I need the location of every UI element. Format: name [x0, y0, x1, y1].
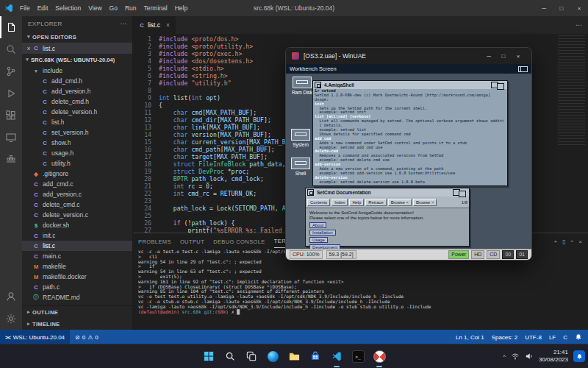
file-tree-item[interactable]: C delete_cmd.h [22, 96, 132, 107]
panel-tab[interactable]: OUTPUT [180, 236, 204, 248]
close-button[interactable]: × [570, 5, 588, 12]
amiga-close-gadget[interactable] [307, 189, 314, 196]
file-tree-item[interactable]: C set_version.h [22, 127, 132, 138]
split-terminal-icon[interactable]: ▯ [562, 238, 565, 245]
file-tree-item[interactable]: C delete_version.c [22, 210, 132, 220]
guide-link[interactable]: Usage [309, 237, 328, 243]
ramdisk-icon[interactable]: Ram Disk [289, 77, 315, 95]
minimap[interactable] [558, 35, 585, 146]
settings-button[interactable] [0, 308, 22, 330]
notification-bell[interactable] [573, 350, 585, 362]
menu-item[interactable]: Terminal [140, 4, 171, 12]
minimize-button[interactable]: ─ [535, 5, 553, 12]
file-explorer-icon[interactable] [285, 347, 303, 365]
file-tree-item[interactable]: ◆ .gitignore [22, 169, 132, 179]
file-tree-item[interactable]: C init.c [22, 230, 132, 241]
problems-status[interactable]: ⊘ 0 ⚠ 0 [70, 334, 104, 341]
activity-remote-explorer-button[interactable] [0, 127, 22, 149]
winuae-titlebar[interactable]: [OS3.2.uae] - WinUAE ─ □ × [286, 48, 531, 64]
amiga-shell-titlebar[interactable]: 4.AmigaShell [313, 81, 507, 89]
file-tree-item[interactable]: ⓘ README.md [22, 292, 132, 302]
close-panel-icon[interactable]: × [578, 238, 582, 245]
bell-icon[interactable] [575, 333, 582, 341]
amiga-close-gadget[interactable] [315, 82, 321, 88]
workbench-screen-titlebar[interactable]: Workbench Screen [286, 64, 531, 74]
file-tree-item[interactable]: M makefile [22, 261, 132, 272]
menu-item[interactable]: File [16, 4, 34, 12]
timeline-header[interactable]: ▸ TIMELINE [22, 318, 132, 330]
file-tree-item[interactable]: ▾ include [22, 66, 132, 76]
status-item[interactable]: Spaces: 2 [492, 334, 518, 341]
file-tree-item[interactable]: C delete_version.h [22, 107, 132, 117]
guide-link[interactable]: Installation [309, 230, 336, 236]
amigaguide-window[interactable]: SetCmd Documentation Contents Index Help… [305, 188, 470, 247]
terminal-icon[interactable]: >_ [349, 347, 367, 365]
start-button[interactable] [200, 347, 218, 365]
amigaguide-titlebar[interactable]: SetCmd Documentation [306, 188, 469, 197]
taskbar-search-button[interactable] [221, 347, 239, 365]
guide-button[interactable]: Retrace [365, 199, 386, 206]
hidden-icons-button[interactable]: ^ [503, 353, 506, 360]
file-tree-item[interactable]: M makefile.docker [22, 272, 132, 282]
open-editors-header[interactable]: ▾ OPEN EDITORS [22, 31, 132, 43]
activity-docker-button[interactable] [0, 149, 22, 171]
file-tree-item[interactable]: C list.c [22, 241, 132, 251]
guide-button[interactable]: Index [331, 199, 348, 206]
status-item[interactable]: Ln 1, Col 1 [456, 334, 484, 341]
status-item[interactable]: C [563, 334, 567, 341]
accounts-button[interactable] [0, 286, 22, 308]
guide-button[interactable]: Browse > [413, 199, 437, 206]
workbench-icon[interactable]: Shell [287, 158, 314, 176]
terminal[interactable]: vc -c -o test.o test.c -lamiga -lauto +a… [138, 250, 588, 330]
file-tree-item[interactable]: C path.c [22, 282, 132, 292]
guide-link[interactable]: About [309, 222, 326, 228]
vscode-taskbar-icon[interactable] [328, 347, 345, 365]
store-icon[interactable] [306, 347, 324, 365]
panel-tab[interactable]: DEBUG CONSOLE [213, 236, 265, 248]
amiga-depth-gadget[interactable] [491, 82, 506, 88]
file-tree-item[interactable]: C delete_cmd.c [22, 199, 132, 210]
status-item[interactable]: LF [549, 334, 556, 341]
maximize-button[interactable]: □ [496, 53, 511, 60]
wifi-icon[interactable] [511, 352, 520, 361]
menu-item[interactable]: Selection [51, 4, 85, 12]
editor-actions-icon[interactable]: ⋯ [576, 21, 582, 29]
close-icon[interactable]: × [166, 21, 170, 29]
file-tree-item[interactable]: C show.h [22, 138, 132, 148]
folder-root-header[interactable]: ▾ SRC.68K (WSL: UBUNTU-20.04) [22, 54, 132, 66]
file-tree-item[interactable]: C add_version.c [22, 189, 132, 199]
task-view-button[interactable] [243, 347, 260, 365]
file-tree-item[interactable]: C add_cmd.c [22, 179, 132, 189]
file-tree-item[interactable]: C add_version.h [22, 86, 132, 96]
clock[interactable]: 21:41 30/08/2023 [539, 349, 568, 364]
close-icon[interactable]: × [25, 45, 32, 52]
open-editor-item[interactable]: × C list.c [22, 43, 132, 54]
remote-indicator[interactable]: >< WSL: Ubuntu-20.04 [0, 330, 70, 344]
winuae-taskbar-icon[interactable] [370, 347, 388, 365]
menu-item[interactable]: Edit [34, 4, 52, 12]
menu-item[interactable]: Run [121, 4, 140, 12]
menu-item[interactable]: View [85, 4, 105, 12]
file-tree-item[interactable]: $ docker.sh [22, 220, 132, 230]
file-tree-item[interactable]: C main.c [22, 251, 132, 261]
amiga-shell-output[interactable]: 1> setcmd SetCmd 1.2.0-68k-dev (c) Mark … [315, 89, 503, 184]
guide-button[interactable]: Contents [307, 199, 330, 206]
guide-button[interactable]: Browse < [388, 199, 412, 206]
explorer-more-actions-icon[interactable]: ⋯ [121, 21, 126, 27]
file-tree-item[interactable]: C usage.h [22, 148, 132, 158]
activity-explorer-button[interactable] [0, 16, 22, 38]
panel-tab[interactable]: PROBLEMS [138, 236, 171, 248]
guide-button[interactable]: Help [349, 199, 364, 206]
file-tree-item[interactable]: C list.h [22, 117, 132, 127]
workbench-icon[interactable]: System [287, 129, 314, 147]
minimize-button[interactable]: ─ [481, 53, 496, 60]
menu-item[interactable]: Go [106, 4, 121, 12]
tab-list-c[interactable]: C list.c × [132, 16, 176, 34]
activity-extensions-button[interactable] [0, 105, 22, 127]
volume-icon[interactable] [525, 352, 534, 361]
maximize-panel-icon[interactable]: ^ [571, 238, 574, 245]
edge-icon[interactable] [264, 347, 282, 365]
file-tree-item[interactable]: C add_cmd.h [22, 76, 132, 86]
screen-depth-gadget[interactable] [518, 66, 528, 72]
activity-run-debug-button[interactable] [0, 82, 22, 105]
